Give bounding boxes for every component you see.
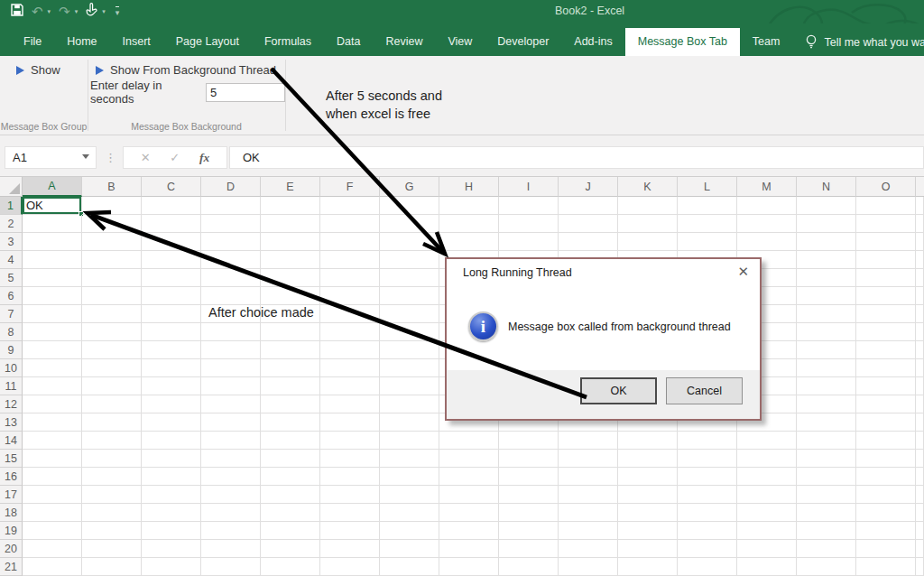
cell-c19[interactable] bbox=[142, 522, 201, 540]
cell-a10[interactable] bbox=[23, 359, 82, 377]
cell-k2[interactable] bbox=[618, 215, 678, 233]
tab-page-layout[interactable]: Page Layout bbox=[163, 28, 252, 56]
cell-i18[interactable] bbox=[499, 504, 559, 522]
row-header-9[interactable]: 9 bbox=[0, 341, 23, 359]
cell-e5[interactable] bbox=[261, 269, 320, 287]
cell-b18[interactable] bbox=[82, 504, 142, 522]
cell-h21[interactable] bbox=[439, 558, 499, 576]
cell-g17[interactable] bbox=[380, 486, 439, 504]
cell-i20[interactable] bbox=[499, 540, 559, 558]
cell-b11[interactable] bbox=[82, 377, 142, 395]
save-icon[interactable] bbox=[11, 4, 23, 20]
cell-c21[interactable] bbox=[142, 558, 201, 576]
cell-a12[interactable] bbox=[23, 395, 82, 413]
cell-f3[interactable] bbox=[320, 233, 380, 251]
cell-a18[interactable] bbox=[23, 504, 82, 522]
column-header-k[interactable]: K bbox=[618, 177, 678, 197]
cell-l21[interactable] bbox=[678, 558, 737, 576]
cell-f1[interactable] bbox=[320, 197, 380, 215]
cell-c16[interactable] bbox=[142, 468, 201, 486]
cell-k20[interactable] bbox=[618, 540, 678, 558]
cell-l18[interactable] bbox=[678, 504, 737, 522]
cell-n2[interactable] bbox=[797, 215, 856, 233]
cell-b2[interactable] bbox=[82, 215, 142, 233]
column-header-e[interactable]: E bbox=[261, 177, 320, 197]
cell-b21[interactable] bbox=[82, 558, 142, 576]
cell-d6[interactable] bbox=[201, 287, 261, 305]
column-header-h[interactable]: H bbox=[439, 177, 499, 197]
cell-b1[interactable] bbox=[82, 197, 142, 215]
cell-g1[interactable] bbox=[380, 197, 439, 215]
cell-i17[interactable] bbox=[499, 486, 559, 504]
cell-h18[interactable] bbox=[439, 504, 499, 522]
cell-a16[interactable] bbox=[23, 468, 82, 486]
cell-m1[interactable] bbox=[737, 197, 797, 215]
cell-n7[interactable] bbox=[797, 305, 856, 323]
redo-icon[interactable]: ↷ bbox=[59, 5, 70, 19]
cell-i21[interactable] bbox=[499, 558, 559, 576]
cell-i16[interactable] bbox=[499, 468, 559, 486]
cell-f14[interactable] bbox=[320, 432, 380, 450]
cell-o18[interactable] bbox=[856, 504, 916, 522]
touch-mode-dropdown-icon[interactable]: ▾ bbox=[102, 8, 106, 15]
cell-h2[interactable] bbox=[439, 215, 499, 233]
cell-j20[interactable] bbox=[559, 540, 618, 558]
cell-c14[interactable] bbox=[142, 432, 201, 450]
cell-f6[interactable] bbox=[320, 287, 380, 305]
cell-o16[interactable] bbox=[856, 468, 916, 486]
insert-function-icon[interactable]: fx bbox=[199, 151, 209, 165]
cell-a21[interactable] bbox=[23, 558, 82, 576]
cell-b7[interactable] bbox=[82, 305, 142, 323]
cell-b4[interactable] bbox=[82, 251, 142, 269]
show-button[interactable]: Show bbox=[16, 63, 60, 77]
row-header-16[interactable]: 16 bbox=[0, 468, 23, 486]
cell-b3[interactable] bbox=[82, 233, 142, 251]
tab-insert[interactable]: Insert bbox=[110, 28, 163, 56]
cell-g15[interactable] bbox=[380, 450, 439, 468]
cell-j14[interactable] bbox=[559, 432, 618, 450]
row-header-11[interactable]: 11 bbox=[0, 377, 23, 395]
cell-d2[interactable] bbox=[201, 215, 261, 233]
cell-m3[interactable] bbox=[737, 233, 797, 251]
column-header-a[interactable]: A bbox=[23, 177, 82, 197]
cell-o5[interactable] bbox=[856, 269, 916, 287]
row-header-7[interactable]: 7 bbox=[0, 305, 23, 323]
cell-o4[interactable] bbox=[856, 251, 916, 269]
cell-d15[interactable] bbox=[201, 450, 261, 468]
cell-k17[interactable] bbox=[618, 486, 678, 504]
cell-g12[interactable] bbox=[380, 395, 439, 413]
cell-a20[interactable] bbox=[23, 540, 82, 558]
cell-i15[interactable] bbox=[499, 450, 559, 468]
cell-c18[interactable] bbox=[142, 504, 201, 522]
cell-n20[interactable] bbox=[797, 540, 856, 558]
cell-j19[interactable] bbox=[559, 522, 618, 540]
row-header-5[interactable]: 5 bbox=[0, 269, 23, 287]
cell-c15[interactable] bbox=[142, 450, 201, 468]
cell-f20[interactable] bbox=[320, 540, 380, 558]
row-header-3[interactable]: 3 bbox=[0, 233, 23, 251]
undo-icon[interactable]: ↶ bbox=[32, 5, 43, 19]
cell-b20[interactable] bbox=[82, 540, 142, 558]
cell-m2[interactable] bbox=[737, 215, 797, 233]
cell-g18[interactable] bbox=[380, 504, 439, 522]
cell-e19[interactable] bbox=[261, 522, 320, 540]
cell-f2[interactable] bbox=[320, 215, 380, 233]
column-header-m[interactable]: M bbox=[737, 177, 797, 197]
cell-i14[interactable] bbox=[499, 432, 559, 450]
cell-h14[interactable] bbox=[439, 432, 499, 450]
cell-e1[interactable] bbox=[261, 197, 320, 215]
cell-a7[interactable] bbox=[23, 305, 82, 323]
cell-d3[interactable] bbox=[201, 233, 261, 251]
cell-o9[interactable] bbox=[856, 341, 916, 359]
tab-developer[interactable]: Developer bbox=[485, 28, 561, 56]
customize-quick-access-icon[interactable]: ▾ bbox=[116, 6, 120, 17]
cell-a5[interactable] bbox=[23, 269, 82, 287]
cell-n16[interactable] bbox=[797, 468, 856, 486]
cell-b5[interactable] bbox=[82, 269, 142, 287]
cell-h17[interactable] bbox=[439, 486, 499, 504]
cell-m20[interactable] bbox=[737, 540, 797, 558]
row-header-19[interactable]: 19 bbox=[0, 522, 23, 540]
cell-e12[interactable] bbox=[261, 395, 320, 413]
undo-dropdown-icon[interactable]: ▾ bbox=[48, 8, 51, 15]
cell-o2[interactable] bbox=[856, 215, 916, 233]
